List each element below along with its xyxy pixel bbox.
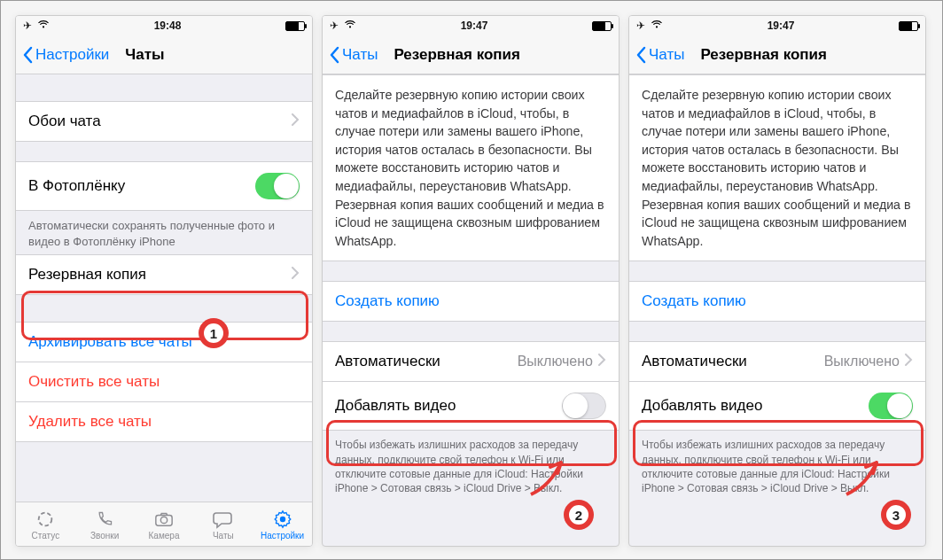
auto-backup-value: Выключено — [518, 354, 593, 369]
status-bar: ✈︎ 19:48 — [16, 16, 312, 35]
phone-icon — [96, 509, 113, 530]
delete-chats-cell[interactable]: Удалить все чаты — [16, 402, 312, 442]
clear-chats-cell[interactable]: Очистить все чаты — [16, 362, 312, 402]
back-label: Настройки — [35, 46, 109, 64]
include-video-cell[interactable]: Добавлять видео — [323, 382, 619, 431]
nav-title: Резервная копия — [700, 46, 827, 64]
tab-chats[interactable]: Чаты — [196, 509, 251, 541]
airplane-icon: ✈︎ — [636, 19, 645, 32]
create-backup-label: Создать копию — [335, 292, 440, 310]
screen-backup-on: ✈︎ 19:47 Чаты Резервная копия Сделайте р… — [628, 15, 926, 547]
tab-settings[interactable]: Настройки — [255, 509, 310, 541]
backup-cell[interactable]: Резервная копия — [16, 254, 312, 295]
nav-bar: Настройки Чаты — [16, 35, 312, 74]
chevron-right-icon — [905, 353, 913, 370]
wallpaper-label: Обои чата — [28, 113, 101, 130]
save-to-roll-note: Автоматически сохранять полученные фото … — [16, 211, 312, 254]
airplane-icon: ✈︎ — [330, 19, 339, 32]
auto-backup-label: Автоматически — [642, 353, 747, 370]
back-button[interactable]: Чаты — [635, 46, 684, 64]
include-video-cell[interactable]: Добавлять видео — [629, 382, 925, 431]
wifi-icon — [651, 19, 663, 32]
delete-chats-label: Удалить все чаты — [28, 413, 152, 431]
auto-backup-label: Автоматически — [335, 353, 440, 370]
tab-label: Звонки — [90, 531, 119, 541]
chats-icon — [213, 509, 234, 530]
screen-chats-settings: ✈︎ 19:48 Настройки Чаты Обои чата — [15, 15, 313, 547]
chevron-right-icon — [292, 266, 300, 284]
backup-description: Сделайте резервную копию истории своих ч… — [629, 74, 925, 261]
tab-camera[interactable]: Камера — [136, 509, 191, 541]
battery-icon — [592, 21, 612, 31]
settings-body: Обои чата В Фотоплёнку Автоматически сох… — [16, 74, 312, 502]
back-button[interactable]: Настройки — [21, 46, 109, 64]
annotation-arrow — [522, 450, 575, 507]
nav-bar: Чаты Резервная копия — [323, 35, 619, 74]
clear-chats-label: Очистить все чаты — [28, 373, 160, 391]
step-badge-3: 3 — [881, 500, 911, 530]
save-to-roll-cell[interactable]: В Фотоплёнку — [16, 161, 312, 211]
wifi-icon — [37, 19, 50, 32]
nav-title: Резервная копия — [394, 46, 520, 64]
camera-icon — [154, 509, 174, 530]
status-time: 19:48 — [154, 19, 182, 32]
create-backup-cell[interactable]: Создать копию — [323, 281, 619, 322]
save-to-roll-label: В Фотоплёнку — [28, 177, 125, 195]
tab-label: Настройки — [261, 531, 304, 541]
tab-status[interactable]: Статус — [18, 509, 73, 541]
wifi-icon — [344, 19, 356, 32]
tab-label: Чаты — [213, 531, 234, 541]
save-to-roll-toggle[interactable] — [255, 173, 300, 199]
status-bar: ✈︎ 19:47 — [323, 16, 619, 35]
battery-icon — [899, 21, 918, 31]
status-bar: ✈︎ 19:47 — [629, 16, 925, 35]
auto-backup-value: Выключено — [824, 354, 900, 369]
chevron-right-icon — [598, 353, 606, 370]
backup-label: Резервная копия — [28, 266, 146, 284]
tab-label: Статус — [32, 531, 60, 541]
back-label: Чаты — [342, 46, 378, 64]
chevron-left-icon — [635, 46, 647, 64]
archive-chats-cell[interactable]: Архивировать все чаты — [16, 322, 312, 362]
nav-title: Чаты — [125, 46, 164, 64]
svg-point-0 — [39, 512, 52, 525]
tab-bar: Статус Звонки Камера Чаты — [16, 502, 312, 546]
tab-calls[interactable]: Звонки — [77, 509, 132, 541]
chevron-left-icon — [21, 46, 34, 64]
svg-point-2 — [160, 517, 167, 523]
status-time: 19:47 — [461, 19, 488, 32]
include-video-label: Добавлять видео — [642, 397, 762, 415]
chevron-left-icon — [328, 46, 340, 64]
battery-icon — [285, 21, 305, 31]
auto-backup-cell[interactable]: Автоматически Выключено — [629, 341, 925, 382]
status-icon — [35, 509, 55, 530]
airplane-icon: ✈︎ — [23, 19, 32, 32]
step-badge-2: 2 — [564, 500, 594, 530]
include-video-toggle[interactable] — [869, 393, 913, 419]
create-backup-label: Создать копию — [642, 292, 746, 310]
back-button[interactable]: Чаты — [328, 46, 378, 64]
tab-label: Камера — [149, 531, 180, 541]
archive-chats-label: Архивировать все чаты — [28, 333, 192, 351]
include-video-label: Добавлять видео — [335, 397, 456, 415]
annotation-arrow — [838, 450, 891, 507]
screen-backup-off: ✈︎ 19:47 Чаты Резервная копия Сделайте р… — [322, 15, 620, 547]
wallpaper-cell[interactable]: Обои чата — [16, 101, 312, 142]
include-video-toggle[interactable] — [562, 393, 606, 419]
create-backup-cell[interactable]: Создать копию — [629, 281, 925, 322]
svg-point-3 — [279, 516, 284, 521]
auto-backup-cell[interactable]: Автоматически Выключено — [323, 341, 619, 382]
chevron-right-icon — [292, 113, 300, 130]
back-label: Чаты — [649, 46, 684, 64]
step-badge-1: 1 — [199, 318, 229, 348]
backup-description: Сделайте резервную копию истории своих ч… — [323, 74, 619, 261]
gear-icon — [273, 509, 292, 530]
nav-bar: Чаты Резервная копия — [629, 35, 925, 74]
status-time: 19:47 — [768, 19, 795, 32]
